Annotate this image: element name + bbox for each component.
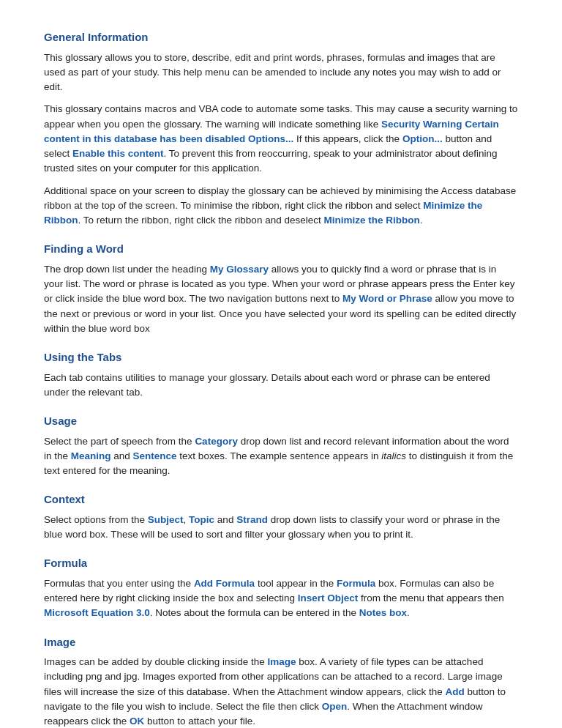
section-title-usage: Usage (44, 413, 518, 430)
text-span: . Notes about the formula can be entered… (150, 607, 359, 618)
highlighted-term: Enable this content (72, 148, 164, 159)
text-span: . To return the ribbon, right click the … (78, 215, 324, 226)
text-span: from the menu that appears then (358, 593, 504, 603)
section-title-image: Image (44, 634, 518, 651)
paragraph-p7: Select options from the Subject, Topic a… (44, 513, 518, 543)
highlighted-term: Formula (337, 578, 375, 589)
section-title-context: Context (44, 491, 518, 508)
highlighted-term: Meaning (71, 450, 111, 461)
highlighted-term: Minimize the Ribbon (323, 215, 419, 226)
section-finding-a-word: Finding a WordThe drop down list under t… (44, 241, 518, 336)
highlighted-term: My Word or Phrase (342, 293, 432, 304)
text-span: tool appear in the (255, 578, 337, 589)
paragraph-p5: Each tab contains utilities to manage yo… (44, 371, 518, 401)
text-span: . (407, 607, 410, 618)
text-span: Select options from the (44, 514, 148, 525)
highlighted-term: Notes box (359, 607, 407, 618)
highlighted-term: OK (130, 716, 144, 727)
text-span: If this appears, click the (293, 133, 402, 144)
text-span: Formulas that you enter using the (44, 578, 194, 589)
text-span: Images can be added by double clicking i… (44, 656, 267, 667)
highlighted-term: Topic (189, 514, 214, 525)
section-title-using-the-tabs: Using the Tabs (44, 349, 518, 366)
text-span: button to attach your file. (144, 716, 255, 727)
highlighted-term: Microsoft Equation 3.0 (44, 607, 150, 618)
highlighted-term: My Glossary (210, 264, 269, 275)
paragraph-p1: This glossary allows you to store, descr… (44, 51, 518, 95)
highlighted-term: Add (446, 686, 465, 697)
text-span: The drop down list under the heading (44, 264, 210, 275)
text-span: . (420, 215, 423, 226)
text-span: and (214, 514, 236, 525)
paragraph-p9: Images can be added by double clicking i… (44, 655, 518, 728)
highlighted-term: Sentence (133, 450, 177, 461)
section-title-general-information: General Information (44, 29, 518, 46)
highlighted-term: Open (322, 701, 348, 712)
highlighted-term: Strand (236, 514, 268, 525)
paragraph-p6: Select the part of speech from the Categ… (44, 434, 518, 479)
highlighted-term: Insert Object (298, 593, 359, 603)
highlighted-term: Option... (402, 133, 443, 144)
text-span: , (184, 514, 190, 525)
section-general-information: General InformationThis glossary allows … (44, 29, 518, 228)
italic-text: italics (381, 450, 406, 461)
highlighted-term: Category (195, 436, 238, 447)
section-context: ContextSelect options from the Subject, … (44, 491, 518, 542)
page-content: General InformationThis glossary allows … (0, 0, 562, 728)
text-span: text boxes. The example sentence appears… (177, 450, 382, 461)
section-title-finding-a-word: Finding a Word (44, 241, 518, 258)
section-formula: FormulaFormulas that you enter using the… (44, 555, 518, 620)
text-span: This glossary allows you to store, descr… (44, 52, 501, 93)
section-image: ImageImages can be added by double click… (44, 634, 518, 729)
section-title-formula: Formula (44, 555, 518, 572)
highlighted-term: Image (267, 656, 296, 667)
highlighted-term: Add Formula (194, 578, 255, 589)
text-span: and (111, 450, 133, 461)
text-span: Select the part of speech from the (44, 436, 195, 447)
paragraph-p8: Formulas that you enter using the Add Fo… (44, 576, 518, 621)
paragraph-p4: The drop down list under the heading My … (44, 262, 518, 336)
text-span: Each tab contains utilities to manage yo… (44, 372, 490, 398)
section-usage: UsageSelect the part of speech from the … (44, 413, 518, 478)
paragraph-p3: Additional space on your screen to displ… (44, 184, 518, 229)
section-using-the-tabs: Using the TabsEach tab contains utilitie… (44, 349, 518, 400)
highlighted-term: Subject (148, 514, 184, 525)
paragraph-p2: This glossary contains macros and VBA co… (44, 102, 518, 176)
